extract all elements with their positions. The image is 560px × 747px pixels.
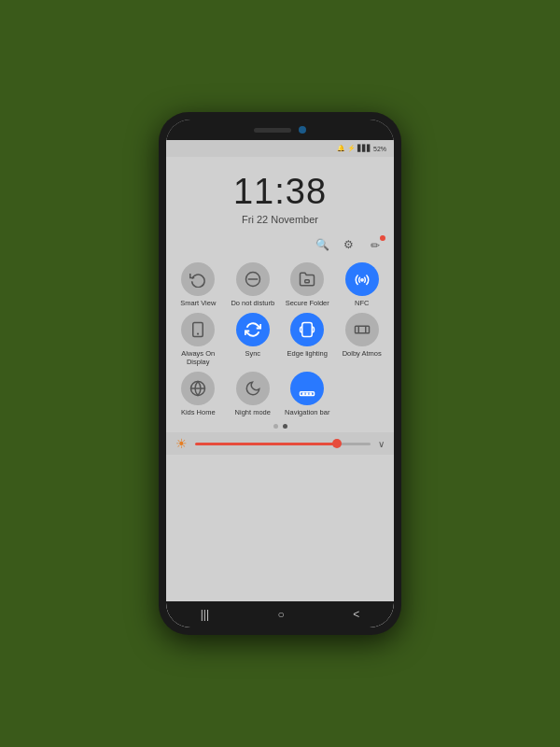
- signal-icon: ▋▋▋: [357, 145, 371, 152]
- secure-folder-icon: [290, 262, 324, 296]
- brightness-thumb: [332, 439, 342, 448]
- toggles-grid: Smart View Do not disturb Secure Folder: [166, 259, 394, 420]
- sync-label: Sync: [245, 349, 260, 358]
- svg-rect-2: [305, 280, 310, 283]
- status-bar: 🔔 ⚡ ▋▋▋ 52%: [166, 140, 394, 157]
- bluetooth-icon: ⚡: [347, 145, 356, 152]
- main-screen: 11:38 Fri 22 November 🔍 ⚙ ✏ Smart Vie: [166, 157, 394, 601]
- speaker: [254, 128, 291, 133]
- edge-lighting-label: Edge lighting: [287, 349, 328, 358]
- brightness-icon: ☀: [175, 436, 188, 451]
- empty-toggle: [338, 372, 387, 416]
- navigation-bar-icon: [290, 372, 324, 405]
- clock-time: 11:38: [166, 172, 394, 212]
- clock-area: 11:38 Fri 22 November: [166, 157, 394, 233]
- toggle-kids-home[interactable]: Kids Home: [174, 372, 223, 416]
- brightness-row: ☀ ∨: [166, 432, 394, 455]
- navigation-bar: ||| ○ <: [166, 601, 394, 627]
- page-dots: [166, 420, 394, 432]
- svg-point-3: [361, 279, 363, 281]
- brightness-chevron-icon[interactable]: ∨: [378, 439, 385, 449]
- smart-view-icon: [181, 262, 215, 296]
- search-icon[interactable]: 🔍: [314, 236, 330, 253]
- kids-home-label: Kids Home: [181, 408, 216, 416]
- toggle-always-on-display[interactable]: Always On Display: [174, 313, 223, 366]
- always-on-display-label: Always On Display: [174, 349, 223, 366]
- do-not-disturb-label: Do not disturb: [231, 299, 274, 307]
- page-dot-2: [283, 424, 287, 429]
- always-on-display-icon: [181, 313, 215, 346]
- toggle-night-mode[interactable]: Night mode: [229, 372, 278, 416]
- toggle-edge-lighting[interactable]: Edge lighting: [283, 313, 332, 366]
- status-icons: 🔔 ⚡ ▋▋▋ 52%: [337, 145, 386, 152]
- toggle-navigation-bar[interactable]: Navigation bar: [283, 372, 332, 416]
- settings-icon[interactable]: ⚙: [340, 236, 357, 253]
- edge-lighting-icon: [290, 313, 324, 346]
- alarm-icon: 🔔: [337, 145, 345, 152]
- svg-point-14: [307, 393, 309, 395]
- sync-icon: [236, 313, 270, 346]
- svg-rect-6: [302, 323, 313, 337]
- navigation-bar-label: Navigation bar: [285, 408, 329, 416]
- toggle-do-not-disturb[interactable]: Do not disturb: [229, 262, 278, 307]
- notification-badge: [380, 235, 385, 241]
- clock-date: Fri 22 November: [166, 214, 394, 225]
- battery-text: 52%: [373, 146, 386, 152]
- toggle-secure-folder[interactable]: Secure Folder: [283, 262, 332, 307]
- toggle-dolby-atmos[interactable]: Dolby Atmos: [338, 313, 387, 366]
- phone-device: 🔔 ⚡ ▋▋▋ 52% 11:38 Fri 22 November 🔍 ⚙ ✏: [159, 112, 401, 635]
- smart-view-label: Smart View: [180, 299, 216, 307]
- home-button[interactable]: ○: [278, 608, 285, 621]
- svg-rect-7: [355, 326, 369, 333]
- night-mode-icon: [236, 372, 270, 405]
- do-not-disturb-icon: [236, 262, 270, 296]
- nfc-icon: [345, 262, 379, 296]
- phone-screen: 🔔 ⚡ ▋▋▋ 52% 11:38 Fri 22 November 🔍 ⚙ ✏: [166, 120, 394, 627]
- dolby-atmos-icon: [345, 313, 379, 346]
- nfc-label: NFC: [355, 299, 369, 307]
- toggle-sync[interactable]: Sync: [229, 313, 278, 366]
- recents-button[interactable]: |||: [201, 608, 209, 621]
- secure-folder-label: Secure Folder: [286, 299, 329, 307]
- dolby-atmos-label: Dolby Atmos: [343, 349, 382, 358]
- kids-home-icon: [181, 372, 215, 405]
- brightness-slider[interactable]: [195, 443, 371, 445]
- page-dot-1: [273, 424, 278, 429]
- svg-point-15: [310, 393, 312, 395]
- back-button[interactable]: <: [353, 608, 359, 621]
- panel-header: 🔍 ⚙ ✏: [166, 233, 394, 259]
- toggle-smart-view[interactable]: Smart View: [174, 262, 223, 307]
- toggle-nfc[interactable]: NFC: [338, 262, 387, 307]
- front-camera: [299, 126, 306, 134]
- svg-point-13: [303, 393, 305, 395]
- phone-top-hardware: [166, 120, 394, 140]
- edit-icon[interactable]: ✏: [366, 236, 385, 255]
- night-mode-label: Night mode: [235, 408, 271, 416]
